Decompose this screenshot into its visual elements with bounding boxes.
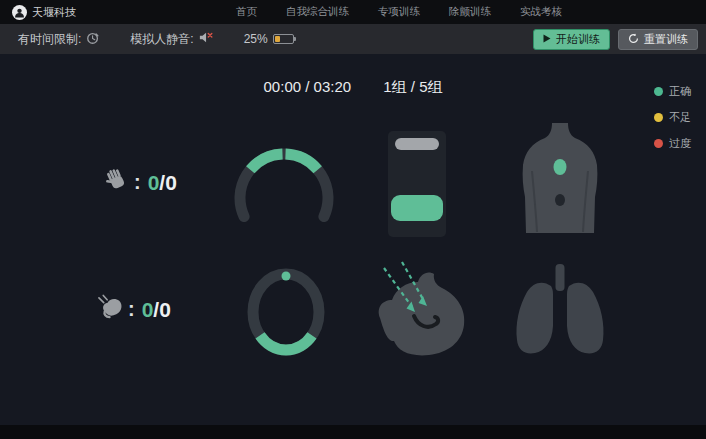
start-training-button[interactable]: 开始训练 <box>533 29 610 50</box>
reset-icon <box>628 33 639 46</box>
ventilation-separator: : <box>128 298 135 321</box>
nav-item-home[interactable]: 首页 <box>236 5 257 19</box>
person-icon <box>12 5 27 20</box>
nav-item-practical-assessment[interactable]: 实战考核 <box>520 5 562 19</box>
ring-top-marker <box>282 272 291 281</box>
legend-label-excessive: 过度 <box>669 136 691 151</box>
airway-head-figure <box>362 256 478 366</box>
breath-icon <box>97 294 124 325</box>
torso-figure <box>508 121 612 239</box>
compression-separator: : <box>134 171 141 194</box>
session-group: 1组 / 5组 <box>383 78 442 95</box>
training-dashboard: 00:00 / 03:20 1组 / 5组 正确 不足 过度 <box>0 54 706 425</box>
brand-name: 天堰科技 <box>32 5 76 20</box>
ventilation-count: : 0 /0 <box>97 294 171 325</box>
battery-status: 25% <box>244 32 294 46</box>
excessive-dot-icon <box>654 139 663 148</box>
depth-current-marker <box>391 195 443 221</box>
battery-icon <box>273 34 294 44</box>
toolbar-buttons: 开始训练 重置训练 <box>533 29 698 50</box>
reset-training-button[interactable]: 重置训练 <box>618 29 698 50</box>
session-bar: 00:00 / 03:20 1组 / 5组 <box>0 78 706 97</box>
start-training-label: 开始训练 <box>556 32 600 47</box>
correct-dot-icon <box>654 87 663 96</box>
nav-item-special-training[interactable]: 专项训练 <box>378 5 420 19</box>
brand: 天堰科技 <box>12 5 76 20</box>
clock-icon <box>86 31 100 48</box>
legend-label-correct: 正确 <box>669 84 691 99</box>
insufficient-dot-icon <box>654 113 663 122</box>
ventilation-done-value: 0 <box>142 298 154 322</box>
mute-setting[interactable]: 模拟人静音: <box>130 31 213 48</box>
nav-item-self-comprehensive-training[interactable]: 自我综合训练 <box>286 5 349 19</box>
battery-percent: 25% <box>244 32 268 46</box>
legend-label-insufficient: 不足 <box>669 110 691 125</box>
play-icon <box>543 33 551 45</box>
cpr-training-app: 天堰科技 首页 自我综合训练 专项训练 除颤训练 实战考核 有时间限制: 模拟人… <box>0 0 706 439</box>
ventilation-total-value: /0 <box>153 298 171 322</box>
compression-point-indicator <box>554 159 567 175</box>
lungs-icon <box>507 262 613 362</box>
legend-item-excessive: 过度 <box>654 136 691 151</box>
navbar: 天堰科技 首页 自我综合训练 专项训练 除颤训练 实战考核 <box>0 0 706 24</box>
mute-label: 模拟人静音: <box>130 31 193 48</box>
time-limit-label: 有时间限制: <box>18 31 81 48</box>
nav-item-defibrillation-training[interactable]: 除颤训练 <box>449 5 491 19</box>
compression-done-value: 0 <box>148 171 160 195</box>
session-time: 00:00 / 03:20 <box>264 78 352 95</box>
reset-training-label: 重置训练 <box>644 32 688 47</box>
compression-count: : 0 /0 <box>103 167 177 198</box>
legend: 正确 不足 过度 <box>654 84 691 151</box>
footer-bar <box>0 425 706 439</box>
compression-depth-bar <box>388 131 446 237</box>
legend-item-insufficient: 不足 <box>654 110 691 125</box>
legend-item-correct: 正确 <box>654 84 691 99</box>
depth-target-marker <box>395 138 439 150</box>
speaker-muted-icon <box>199 31 214 47</box>
time-limit-setting[interactable]: 有时间限制: <box>18 31 100 48</box>
compression-total-value: /0 <box>159 171 177 195</box>
main-nav: 首页 自我综合训练 专项训练 除颤训练 实战考核 <box>236 0 562 24</box>
hand-icon <box>103 167 130 198</box>
compression-rate-gauge <box>232 142 336 228</box>
ventilation-volume-gauge <box>245 266 327 362</box>
toolbar: 有时间限制: 模拟人静音: 25% <box>0 24 706 54</box>
